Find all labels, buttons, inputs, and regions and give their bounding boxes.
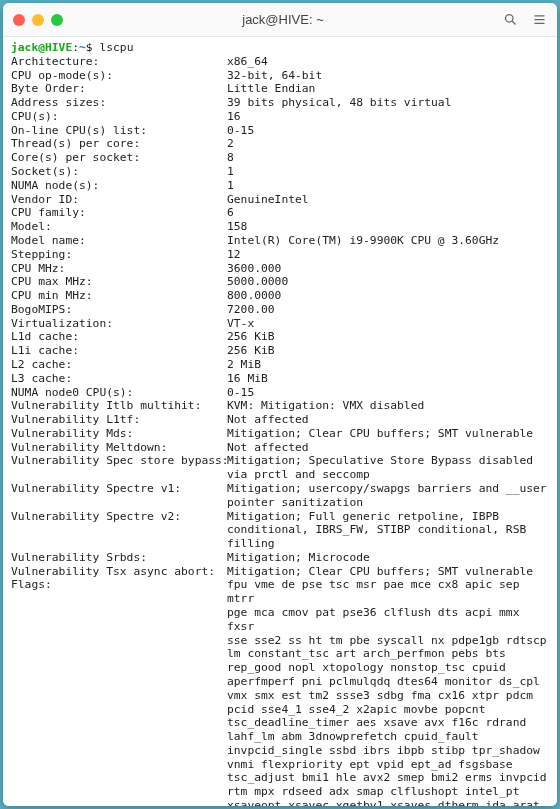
output-label: Stepping:	[11, 248, 227, 262]
output-row-continuation: sse sse2 ss ht tm pbe syscall nx pdpe1gb…	[11, 634, 549, 648]
output-row: BogoMIPS:7200.00	[11, 303, 549, 317]
close-icon[interactable]	[13, 14, 25, 26]
output-value: 800.0000	[227, 289, 549, 303]
minimize-icon[interactable]	[32, 14, 44, 26]
output-label-pad	[11, 785, 227, 799]
command-text: lscpu	[99, 41, 133, 54]
output-label: Vulnerability Spectre v1:	[11, 482, 227, 496]
output-row: L1d cache:256 KiB	[11, 330, 549, 344]
output-row: Vendor ID:GenuineIntel	[11, 193, 549, 207]
output-label: Thread(s) per core:	[11, 137, 227, 151]
output-row-continuation: vnmi flexpriority ept vpid ept_ad fsgsba…	[11, 758, 549, 772]
output-value: 39 bits physical, 48 bits virtual	[227, 96, 549, 110]
output-value: 1	[227, 179, 549, 193]
output-label: BogoMIPS:	[11, 303, 227, 317]
menu-icon[interactable]	[532, 12, 547, 27]
output-value: tsc_adjust bmi1 hle avx2 smep bmi2 erms …	[227, 771, 549, 785]
output-label: Model name:	[11, 234, 227, 248]
output-value: via prctl and seccomp	[227, 468, 549, 482]
output-value: Mitigation; Microcode	[227, 551, 549, 565]
output-label-pad	[11, 689, 227, 703]
titlebar: jack@HIVE: ~	[3, 3, 557, 37]
output-label-pad	[11, 744, 227, 758]
titlebar-actions	[503, 12, 547, 27]
output-label: L3 cache:	[11, 372, 227, 386]
output-row: Vulnerability Mds:Mitigation; Clear CPU …	[11, 427, 549, 441]
output-value: pge mca cmov pat pse36 clflush dts acpi …	[227, 606, 549, 634]
output-value: rtm mpx rdseed adx smap clflushopt intel…	[227, 785, 549, 799]
output-value: 8	[227, 151, 549, 165]
output-value: Mitigation; Speculative Store Bypass dis…	[227, 454, 549, 468]
output-label: CPU max MHz:	[11, 275, 227, 289]
output-value: Intel(R) Core(TM) i9-9900K CPU @ 3.60GHz	[227, 234, 549, 248]
output-row: Vulnerability Spectre v1:Mitigation; use…	[11, 482, 549, 496]
output-value: tsc_deadline_timer aes xsave avx f16c rd…	[227, 716, 549, 730]
output-value: 0-15	[227, 386, 549, 400]
output-row: Socket(s):1	[11, 165, 549, 179]
output-row-continuation: lahf_lm abm 3dnowprefetch cpuid_fault	[11, 730, 549, 744]
output-row: CPU max MHz:5000.0000	[11, 275, 549, 289]
output-label-pad	[11, 799, 227, 806]
output-row-continuation: pcid sse4_1 sse4_2 x2apic movbe popcnt	[11, 703, 549, 717]
output-row: Virtualization:VT-x	[11, 317, 549, 331]
output-label: Socket(s):	[11, 165, 227, 179]
output-label: Vulnerability Spec store bypass:	[11, 454, 227, 468]
terminal-body[interactable]: jack@HIVE:~$ lscpuArchitecture:x86_64CPU…	[3, 37, 557, 806]
output-label-pad	[11, 716, 227, 730]
output-value: 3600.000	[227, 262, 549, 276]
output-row: NUMA node(s):1	[11, 179, 549, 193]
output-label: Vulnerability Mds:	[11, 427, 227, 441]
output-row-continuation: filling	[11, 537, 549, 551]
output-row: Vulnerability Srbds:Mitigation; Microcod…	[11, 551, 549, 565]
output-label-pad	[11, 758, 227, 772]
output-row-continuation: lm constant_tsc art arch_perfmon pebs bt…	[11, 647, 549, 661]
svg-point-0	[506, 15, 514, 23]
maximize-icon[interactable]	[51, 14, 63, 26]
output-row: Model:158	[11, 220, 549, 234]
output-label: CPU op-mode(s):	[11, 69, 227, 83]
output-value: lm constant_tsc art arch_perfmon pebs bt…	[227, 647, 549, 661]
output-row-continuation: rtm mpx rdseed adx smap clflushopt intel…	[11, 785, 549, 799]
output-value: Not affected	[227, 441, 549, 455]
output-label: Address sizes:	[11, 96, 227, 110]
output-label-pad	[11, 523, 227, 537]
prompt-line: jack@HIVE:~$ lscpu	[11, 41, 549, 55]
output-label: CPU min MHz:	[11, 289, 227, 303]
output-value: 256 KiB	[227, 344, 549, 358]
output-value: conditional, IBRS_FW, STIBP conditional,…	[227, 523, 549, 537]
output-label: Core(s) per socket:	[11, 151, 227, 165]
output-row: Vulnerability Itlb multihit:KVM: Mitigat…	[11, 399, 549, 413]
output-label: Vendor ID:	[11, 193, 227, 207]
output-label: NUMA node(s):	[11, 179, 227, 193]
output-value: x86_64	[227, 55, 549, 69]
output-value: 16	[227, 110, 549, 124]
output-value: xsaveopt xsavec xgetbv1 xsaves dtherm id…	[227, 799, 549, 806]
search-icon[interactable]	[503, 12, 518, 27]
output-value: 7200.00	[227, 303, 549, 317]
output-row: CPU MHz:3600.000	[11, 262, 549, 276]
output-label: Byte Order:	[11, 82, 227, 96]
output-value: sse sse2 ss ht tm pbe syscall nx pdpe1gb…	[227, 634, 549, 648]
output-row-continuation: tsc_deadline_timer aes xsave avx f16c rd…	[11, 716, 549, 730]
output-row: CPU op-mode(s):32-bit, 64-bit	[11, 69, 549, 83]
output-row: CPU family:6	[11, 206, 549, 220]
output-label: L1d cache:	[11, 330, 227, 344]
output-value: lahf_lm abm 3dnowprefetch cpuid_fault	[227, 730, 549, 744]
output-label: Vulnerability Meltdown:	[11, 441, 227, 455]
prompt-user-host: jack@HIVE	[11, 41, 72, 54]
output-label: Vulnerability Itlb multihit:	[11, 399, 227, 413]
output-label-pad	[11, 675, 227, 689]
output-row-continuation: xsaveopt xsavec xgetbv1 xsaves dtherm id…	[11, 799, 549, 806]
output-label: Vulnerability Tsx async abort:	[11, 565, 227, 579]
output-label: Vulnerability L1tf:	[11, 413, 227, 427]
output-row-continuation: vmx smx est tm2 ssse3 sdbg fma cx16 xtpr…	[11, 689, 549, 703]
output-value: Mitigation; usercopy/swapgs barriers and…	[227, 482, 549, 496]
output-row: On-line CPU(s) list:0-15	[11, 124, 549, 138]
output-label-pad	[11, 537, 227, 551]
output-value: 5000.0000	[227, 275, 549, 289]
output-value: Mitigation; Clear CPU buffers; SMT vulne…	[227, 427, 549, 441]
output-value: vnmi flexpriority ept vpid ept_ad fsgsba…	[227, 758, 549, 772]
output-row: Vulnerability L1tf:Not affected	[11, 413, 549, 427]
output-label: Model:	[11, 220, 227, 234]
output-value: 6	[227, 206, 549, 220]
